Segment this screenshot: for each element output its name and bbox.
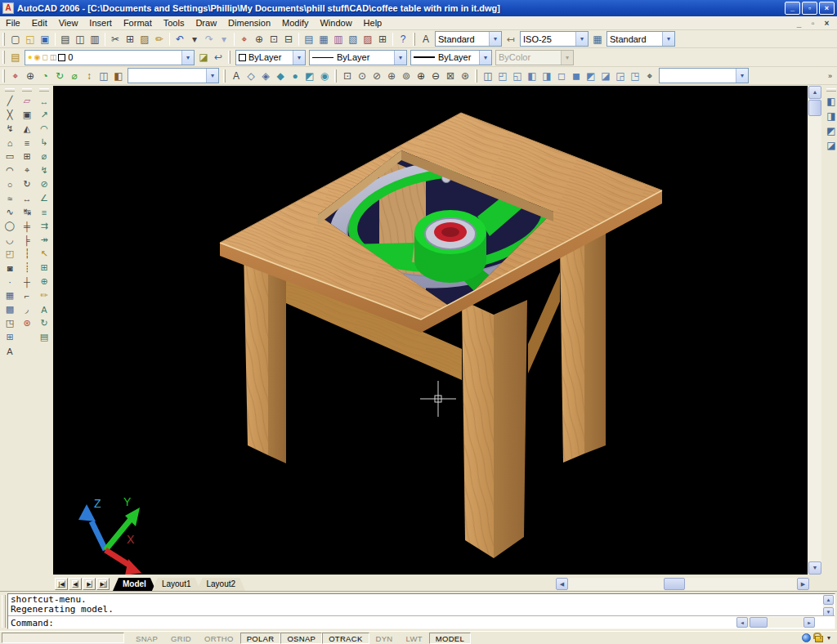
multiline-text-button[interactable]: A [3,344,17,358]
zoom-out-button[interactable]: ⊖ [428,69,443,83]
tolerance-button[interactable]: ⊞ [38,261,51,275]
menu-file[interactable]: File [0,17,26,29]
make-block-button[interactable]: ◙ [3,261,17,275]
copy-button[interactable]: ⊞ [123,32,137,47]
toggle-grid[interactable]: GRID [164,633,198,644]
line-button[interactable]: ╱ [3,94,17,108]
ne-isometric-button[interactable]: ◲ [613,69,628,83]
layer-properties-button[interactable]: ▤ [8,50,23,65]
unlock-icon[interactable] [815,636,823,642]
menu-view[interactable]: View [53,17,84,29]
save-button[interactable]: ▣ [38,32,52,47]
layer-lock-icon[interactable]: ◻ [42,53,47,61]
back-view-button[interactable]: ◼ [569,69,584,83]
continue-dimension-button[interactable]: ↠ [38,233,51,247]
chevron-down-icon[interactable]: ▾ [736,69,748,83]
title-bar[interactable]: A AutoCAD 2006 - [C:\Documents and Setti… [0,0,837,16]
toolbar-grip[interactable] [5,88,15,92]
angular-dimension-button[interactable]: ∠ [38,191,51,205]
flat-shaded-edges-button[interactable]: ◩ [302,69,317,83]
scroll-left-button[interactable]: ◀ [556,578,568,590]
radius-dimension-button[interactable]: ⌀ [38,150,51,163]
dimension-update-button[interactable]: ↻ [38,316,51,330]
toolbar-grip[interactable] [223,69,226,83]
break-at-point-button[interactable]: ┆ [20,247,34,261]
lineweight-control-combo[interactable]: ByLayer ▾ [410,50,492,65]
menu-draw[interactable]: Draw [190,17,222,29]
move-button[interactable]: ⌖ [20,163,34,177]
point-button[interactable]: · [3,275,17,288]
tray-chevron-icon[interactable]: ▾ [827,634,830,642]
zoom-realtime-button[interactable]: ⊕ [252,32,266,47]
layer-freeze-icon[interactable]: ◉ [34,53,40,61]
zoom-window-button[interactable]: ⊡ [340,69,355,83]
adjust-clip-planes-3d-button[interactable]: ◫ [96,69,111,83]
help-button[interactable]: ? [396,32,410,47]
doc-minimize-button[interactable]: _ [794,19,804,28]
command-history[interactable]: shortcut-menu.Regenerating model. [11,595,821,616]
tab-layout2[interactable]: Layout2 [196,578,245,591]
doc-close-button[interactable]: × [821,19,832,28]
chevron-down-icon[interactable]: ▾ [181,51,194,65]
extend-button[interactable]: ╞ [20,233,34,247]
text-style-icon[interactable]: A [418,32,433,47]
tab-last-button[interactable]: ▶| [96,578,110,590]
tab-layout1[interactable]: Layout1 [152,578,201,591]
nw-isometric-button[interactable]: ◳ [628,69,642,83]
toolbar-grip[interactable] [2,69,5,83]
gouraud-shaded-button[interactable]: ● [288,69,302,83]
restore-button[interactable]: ▫ [802,2,817,15]
scrollbar-thumb[interactable] [750,617,768,628]
designcenter-button[interactable]: ▦ [316,32,331,47]
pan-realtime-button[interactable]: ⌖ [237,32,252,47]
text-style-combo[interactable]: Standard ▾ [435,31,502,47]
scrollbar-thumb[interactable] [808,100,821,116]
zoom-realtime-button[interactable]: ⊕ [23,69,38,83]
send-to-back-button[interactable]: ◨ [824,109,837,123]
ordinate-dimension-button[interactable]: ↳ [38,136,51,150]
dim-style-combo[interactable]: ISO-25 ▾ [520,31,589,47]
toggle-osnap[interactable]: OSNAP [280,633,322,644]
chevron-down-icon[interactable]: ▾ [489,32,501,46]
camera-button[interactable]: ⌖ [642,69,657,83]
hidden-view-button[interactable]: ◈ [258,69,273,83]
publish-button[interactable]: ▥ [87,32,102,47]
polyline-button[interactable]: ↯ [3,122,17,136]
menu-dimension[interactable]: Dimension [222,17,276,29]
arc-button[interactable]: ◠ [3,163,17,177]
toolbar-grip[interactable] [2,51,5,64]
flat-shaded-button[interactable]: ◆ [273,69,288,83]
gouraud-shaded-edges-button[interactable]: ◉ [317,69,332,83]
hatch-button[interactable]: ▦ [3,288,17,302]
explode-button[interactable]: ⊛ [20,316,34,330]
toolbar-grip[interactable] [2,33,5,46]
zoom-dynamic-button[interactable]: ⊙ [355,69,369,83]
array-button[interactable]: ⊞ [20,150,34,163]
arc-length-dimension-button[interactable]: ◠ [38,122,51,136]
named-views-button[interactable]: ◫ [481,69,495,83]
plot-preview-button[interactable]: ◫ [73,32,87,47]
layer-on-icon[interactable]: ● [28,53,32,61]
chevron-down-icon[interactable]: ▾ [662,32,674,46]
center-mark-button[interactable]: ⊕ [38,275,51,288]
insert-block-button[interactable]: ◰ [3,247,17,261]
linetype-control-combo[interactable]: ByLayer ▾ [309,50,407,65]
sheet-set-manager-button[interactable]: ▧ [346,32,360,47]
plot-button[interactable]: ▤ [58,32,73,47]
undo-dropdown[interactable]: ▾ [187,32,202,47]
command-horizontal-scrollbar[interactable]: ◀ ▶ [736,617,815,628]
bottom-view-button[interactable]: ◱ [510,69,525,83]
toolbar-overflow-chevron[interactable]: » [828,72,832,80]
diameter-dimension-button[interactable]: ⊘ [38,177,51,191]
scroll-left-button[interactable]: ◀ [736,617,748,628]
dimension-style-button[interactable]: ▤ [38,330,51,344]
doc-restore-button[interactable]: ▫ [808,19,818,28]
redo-button[interactable]: ↷ [202,32,217,47]
zoom-object-button[interactable]: ⊚ [399,69,414,83]
chamfer-button[interactable]: ⌐ [20,288,34,302]
command-input-line[interactable]: Command: ◀ ▶ [8,615,835,628]
scroll-up-button[interactable]: ▲ [823,595,834,605]
viewport-horizontal-scrollbar[interactable]: ◀ ▶ [556,578,809,590]
toggle-dyn[interactable]: DYN [369,633,400,644]
baseline-dimension-button[interactable]: ⇉ [38,219,51,233]
